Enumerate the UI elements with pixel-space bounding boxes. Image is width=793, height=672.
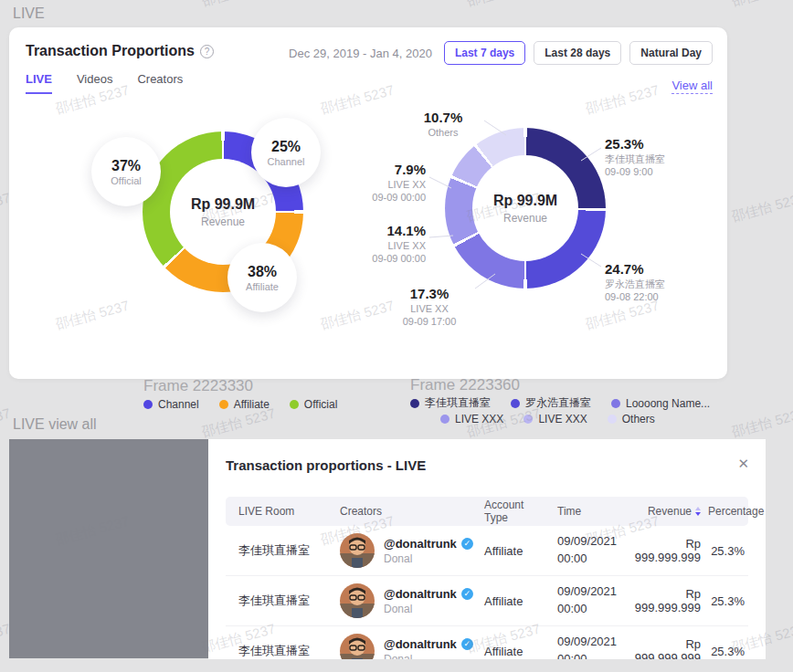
revenue-cell: Rp 999.999.999 [632, 537, 701, 564]
legend-item-livexxx1: LIVE XXX [440, 413, 503, 425]
live-room-donut-chart: Rp 99.9M Revenue [445, 128, 606, 289]
revenue-label: Revenue [201, 215, 245, 228]
modal-overlay-panel [9, 439, 208, 658]
channel-pct: 25% [271, 139, 301, 155]
live-room-table: LIVE Room Creators Account Type Time Rev… [226, 497, 748, 659]
live-room-legend-row2: LIVE XXX LIVE XXX Others [440, 413, 655, 425]
legend-item-others: Others [608, 413, 655, 425]
affiliate-name: Affiliate [246, 281, 279, 292]
account-type-legend: Channel Affiliate Official [143, 398, 337, 411]
creator-handle[interactable]: @donaltrunk [384, 537, 457, 551]
tab-videos[interactable]: Videos [77, 72, 113, 94]
figma-canvas: LIVE Transaction Proportions ? Dec 29, 2… [0, 0, 793, 672]
date-range-text: Dec 29, 2019 - Jan 4, 2020 [289, 47, 432, 60]
revenue-value: Rp 99.9M [191, 196, 255, 213]
time-cell: 09/09/2021 00:00 [550, 533, 632, 568]
legend-item-room1: 李佳琪直播室 [410, 395, 491, 411]
last-28-days-button[interactable]: Last 28 days [534, 41, 621, 65]
tab-live[interactable]: LIVE [26, 72, 52, 94]
view-all-link[interactable]: View all [671, 79, 713, 94]
creator-name: Donal [384, 653, 473, 660]
creator-name: Donal [384, 603, 473, 615]
official-dot [290, 400, 299, 409]
col-percentage: Percentage [701, 505, 748, 518]
time-cell: 09/09/2021 00:00 [550, 583, 632, 618]
room2-dot [511, 399, 520, 408]
table-header-row: LIVE Room Creators Account Type Time Rev… [226, 497, 748, 526]
room3-dot [611, 399, 620, 408]
callout-25-3: 25.3% 李佳琪直播室 09-09 9:00 [605, 136, 705, 178]
table-row: 李佳琪直播室 @donaltrunk ✓ Donal Affiliate [226, 626, 748, 659]
livexxx1-dot [440, 415, 449, 424]
creator-handle[interactable]: @donaltrunk [384, 587, 457, 601]
modal-title: Transaction proportions - LIVE [226, 457, 426, 473]
creator-avatar [340, 634, 375, 659]
revenue-label: Revenue [503, 212, 547, 225]
livexxx2-dot [523, 415, 533, 424]
live-room-legend-row1: 李佳琪直播室 罗永浩直播室 Loooong Name... [410, 395, 710, 411]
callout-others: 10.7% Others [402, 110, 484, 140]
tab-creators[interactable]: Creators [137, 72, 183, 94]
account-type-cell: Affiliate [477, 645, 550, 658]
creator-handle[interactable]: @donaltrunk [384, 637, 457, 651]
official-label-bubble: 37% Official [91, 137, 161, 206]
transaction-proportions-modal: Transaction proportions - LIVE ✕ LIVE Ro… [208, 439, 766, 659]
official-name: Official [111, 175, 141, 186]
account-type-cell: Affiliate [477, 544, 550, 558]
col-revenue[interactable]: Revenue [632, 505, 701, 518]
col-account-type: Account Type [477, 499, 550, 524]
revenue-cell: Rp 999.999.999 [632, 587, 701, 614]
help-icon[interactable]: ? [200, 45, 214, 58]
affiliate-pct: 38% [248, 264, 277, 280]
percentage-cell: 25.3% [701, 544, 748, 558]
verified-icon: ✓ [461, 638, 473, 650]
others-dot [608, 415, 617, 424]
table-row: 李佳琪直播室 @donaltrunk ✓ Donal Affiliate [226, 576, 748, 626]
legend-item-official: Official [290, 398, 337, 411]
creator-cell: @donaltrunk ✓ Donal [333, 634, 477, 659]
revenue-value: Rp 99.9M [493, 193, 557, 209]
channel-dot [143, 400, 153, 409]
col-live-room: LIVE Room [226, 505, 333, 518]
legend-item-room3: Loooong Name... [611, 397, 710, 410]
date-controls: Dec 29, 2019 - Jan 4, 2020 Last 7 days L… [289, 41, 713, 65]
chart-tabs: LIVE Videos Creators [26, 72, 183, 94]
callout-17-3: 17.3% LIVE XX 09-09 17:00 [388, 286, 471, 328]
time-cell: 09/09/2021 00:00 [550, 634, 632, 659]
legend-item-affiliate: Affiliate [219, 398, 270, 411]
official-pct: 37% [111, 158, 141, 174]
donut-center: Rp 99.9M Revenue [472, 155, 578, 261]
frame-2223360-label: Frame 2223360 [410, 376, 520, 394]
callout-14-1: 14.1% LIVE XX 09-09 00:00 [344, 223, 426, 265]
live-room-cell: 李佳琪直播室 [226, 593, 333, 609]
legend-item-channel: Channel [143, 398, 199, 411]
card-title-row: Transaction Proportions ? [26, 43, 214, 59]
legend-item-room2: 罗永浩直播室 [511, 395, 591, 411]
live-room-cell: 李佳琪直播室 [226, 643, 333, 659]
channel-name: Channel [268, 156, 305, 167]
live-room-cell: 李佳琪直播室 [226, 542, 333, 559]
revenue-cell: Rp 999.999.999 [632, 637, 701, 659]
col-creators: Creators [333, 505, 477, 518]
natural-day-button[interactable]: Natural Day [629, 41, 713, 65]
callout-7-9: 7.9% LIVE XX 09-09 00:00 [344, 162, 426, 204]
close-icon[interactable]: ✕ [737, 456, 749, 472]
transaction-proportions-card: Transaction Proportions ? Dec 29, 2019 -… [9, 27, 727, 379]
creator-cell: @donaltrunk ✓ Donal [333, 583, 477, 618]
percentage-cell: 25.3% [701, 645, 748, 658]
creator-avatar [340, 533, 375, 568]
callout-24-7: 24.7% 罗永浩直播室 09-08 22:00 [605, 261, 705, 303]
last-7-days-button[interactable]: Last 7 days [444, 41, 525, 65]
verified-icon: ✓ [461, 588, 473, 600]
account-type-cell: Affiliate [477, 594, 550, 608]
creator-name: Donal [384, 552, 473, 565]
table-row: 李佳琪直播室 @donaltrunk ✓ Donal Affiliate [226, 526, 748, 576]
affiliate-label-bubble: 38% Affiliate [227, 243, 297, 312]
room1-dot [410, 399, 419, 408]
affiliate-dot [219, 400, 228, 409]
creator-cell: @donaltrunk ✓ Donal [333, 533, 477, 568]
channel-label-bubble: 25% Channel [251, 118, 321, 187]
section-label-live: LIVE [13, 5, 45, 22]
verified-icon: ✓ [461, 538, 473, 550]
frame-2223330-label: Frame 2223330 [143, 377, 253, 395]
